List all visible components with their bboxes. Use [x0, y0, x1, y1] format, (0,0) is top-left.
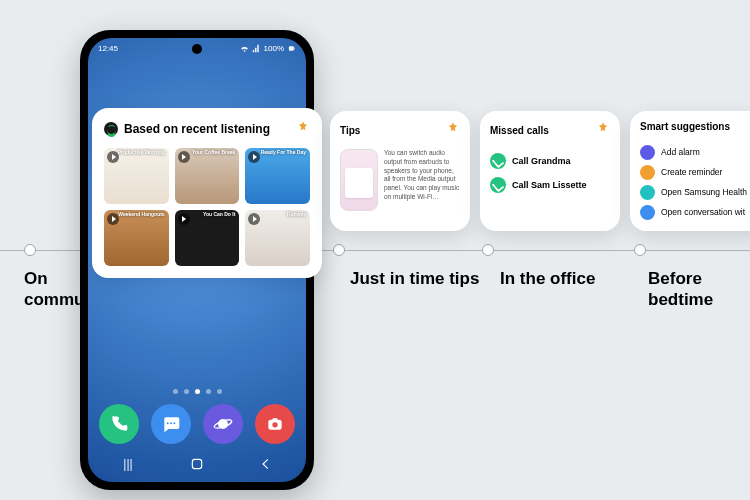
- dock-phone[interactable]: [99, 404, 139, 444]
- dock: [88, 404, 306, 444]
- album-item[interactable]: You Can Do It: [175, 210, 240, 266]
- page-dot: [206, 389, 211, 394]
- card-header: Smart suggestions: [640, 121, 750, 132]
- play-icon: [178, 213, 190, 225]
- card-tips[interactable]: Tips You can switch audio output from ea…: [330, 111, 470, 231]
- timeline-label-office: In the office: [500, 268, 595, 289]
- album-item[interactable]: Productive Morning: [104, 148, 169, 204]
- album-label: Ready For The Day: [261, 150, 306, 156]
- page-indicator: [88, 389, 306, 394]
- play-icon: [248, 213, 260, 225]
- timeline-dot: [634, 244, 646, 256]
- status-battery: 100%: [264, 44, 284, 53]
- dock-camera[interactable]: [255, 404, 295, 444]
- call-label: Call Sam Lissette: [512, 180, 587, 190]
- timeline-dot: [482, 244, 494, 256]
- status-time: 12:45: [98, 44, 118, 53]
- timeline-dot: [24, 244, 36, 256]
- svg-rect-9: [273, 418, 278, 421]
- suggestion-row[interactable]: Add alarm: [640, 142, 750, 162]
- album-label: Weekend Hangouts: [118, 212, 164, 218]
- health-icon: [640, 185, 655, 200]
- suggestion-row[interactable]: Open conversation wit: [640, 202, 750, 222]
- card-title: Missed calls: [490, 125, 549, 136]
- album-label: Your Coffee Break: [192, 150, 235, 156]
- card-title-text: Based on recent listening: [124, 122, 270, 136]
- nav-home[interactable]: [182, 457, 212, 474]
- phone-camera-notch: [192, 44, 202, 54]
- card-recent-listening[interactable]: Based on recent listening Productive Mor…: [92, 108, 322, 278]
- wifi-icon: [240, 44, 249, 53]
- battery-icon: [287, 44, 296, 53]
- chat-icon: [640, 205, 655, 220]
- dock-messages[interactable]: [151, 404, 191, 444]
- album-label: Productive Morning: [118, 150, 165, 156]
- camera-icon: [265, 414, 285, 434]
- page-dot-active: [195, 389, 200, 394]
- card-title: Tips: [340, 125, 360, 136]
- card-header: Based on recent listening: [104, 120, 310, 138]
- svg-point-3: [170, 422, 172, 424]
- suggestion-label: Create reminder: [661, 167, 722, 177]
- call-icon: [490, 153, 506, 169]
- tips-body: You can switch audio output from earbuds…: [340, 149, 460, 211]
- play-icon: [178, 151, 190, 163]
- svg-rect-0: [289, 46, 294, 51]
- nav-recents[interactable]: |||: [113, 457, 143, 474]
- page-dot: [217, 389, 222, 394]
- spotify-icon: [104, 122, 118, 136]
- dock-internet[interactable]: [203, 404, 243, 444]
- alarm-icon: [640, 145, 655, 160]
- call-label: Call Grandma: [512, 156, 571, 166]
- call-row[interactable]: Call Grandma: [490, 149, 610, 173]
- album-label: Runway: [287, 212, 306, 218]
- timeline-stop-bedtime: [634, 244, 646, 256]
- reminder-icon: [640, 165, 655, 180]
- timeline-stop-tips: [333, 244, 345, 256]
- timeline-stop-office: [482, 244, 494, 256]
- svg-rect-10: [192, 459, 201, 468]
- home-icon: [190, 457, 204, 471]
- timeline-dot: [333, 244, 345, 256]
- card-header: Tips: [340, 121, 460, 139]
- page-dot: [184, 389, 189, 394]
- tips-text: You can switch audio output from earbuds…: [384, 149, 460, 211]
- suggestion-label: Open conversation wit: [661, 207, 745, 217]
- suggestion-row[interactable]: Open Samsung Health: [640, 182, 750, 202]
- suggestion-label: Add alarm: [661, 147, 700, 157]
- status-right: 100%: [240, 44, 296, 53]
- pin-icon[interactable]: [596, 121, 610, 139]
- timeline-stop-commute: [24, 244, 36, 256]
- album-item[interactable]: Ready For The Day: [245, 148, 310, 204]
- timeline-label-bedtime: Before bedtime: [648, 268, 738, 311]
- album-item[interactable]: Weekend Hangouts: [104, 210, 169, 266]
- svg-rect-1: [294, 47, 295, 49]
- tips-thumbnail: [340, 149, 378, 211]
- card-title: Based on recent listening: [104, 122, 270, 136]
- phone-icon: [109, 414, 129, 434]
- pin-icon[interactable]: [446, 121, 460, 139]
- signal-icon: [252, 44, 261, 53]
- call-row[interactable]: Call Sam Lissette: [490, 173, 610, 197]
- album-item[interactable]: Runway: [245, 210, 310, 266]
- card-smart-suggestions[interactable]: Smart suggestions Add alarm Create remin…: [630, 111, 750, 231]
- suggestion-label: Open Samsung Health: [661, 187, 747, 197]
- card-header: Missed calls: [490, 121, 610, 139]
- page-dot: [173, 389, 178, 394]
- album-item[interactable]: Your Coffee Break: [175, 148, 240, 204]
- pin-icon[interactable]: [296, 120, 310, 138]
- planet-icon: [213, 414, 233, 434]
- card-missed-calls[interactable]: Missed calls Call Grandma Call Sam Lisse…: [480, 111, 620, 231]
- svg-point-8: [272, 422, 277, 427]
- call-icon: [490, 177, 506, 193]
- messages-icon: [161, 414, 181, 434]
- play-icon: [248, 151, 260, 163]
- card-title: Smart suggestions: [640, 121, 730, 132]
- timeline-label-tips: Just in time tips: [350, 268, 479, 289]
- album-label: You Can Do It: [203, 212, 235, 218]
- svg-point-2: [167, 422, 169, 424]
- suggestion-row[interactable]: Create reminder: [640, 162, 750, 182]
- album-grid: Productive Morning Your Coffee Break Rea…: [104, 148, 310, 266]
- back-icon: [259, 457, 273, 471]
- nav-back[interactable]: [251, 457, 281, 474]
